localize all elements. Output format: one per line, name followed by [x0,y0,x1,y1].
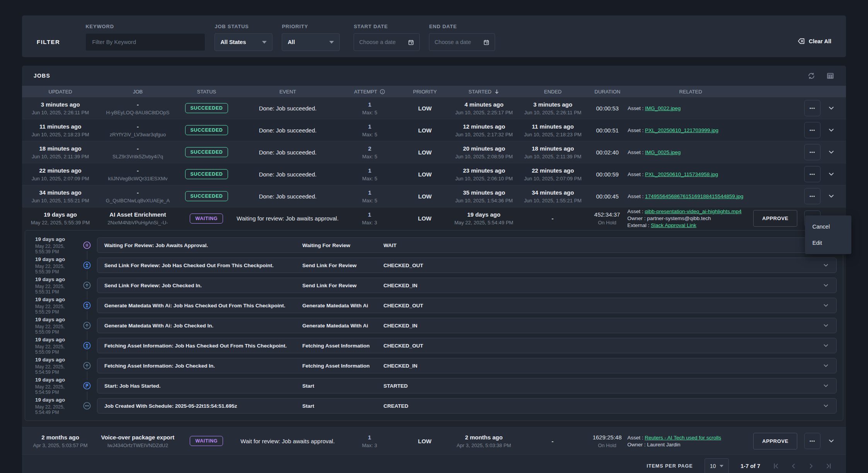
updated-absolute: Apr 3, 2025, 5:03:57 PM [22,442,99,448]
timeline-relative: 19 days ago [35,357,77,363]
table-row[interactable]: 18 minutes agoJun 10, 2025, 2:11:39 PM -… [22,141,846,163]
keyword-input[interactable] [85,33,205,51]
updated-relative: 22 minutes ago [22,167,99,174]
attempt-count: 1 [339,434,400,441]
expand-chevron-icon[interactable] [827,126,835,134]
timeline-stage: Start [302,403,383,409]
started-absolute: Jun 10, 2025, 2:17:32 PM [449,132,518,137]
table-view-icon[interactable] [826,72,834,80]
expand-chevron-icon[interactable] [827,148,835,156]
updated-relative: 19 days ago [22,211,99,218]
updated-relative: 18 minutes ago [22,145,99,152]
clear-all-button[interactable]: Clear All [797,37,831,45]
duration-value: 00:02:40 [587,149,628,156]
timeline-card[interactable]: Send Link For Review: Job Has Checked Ou… [97,258,837,273]
column-header-updated[interactable]: UPDATED [22,89,99,95]
started-relative: 35 minutes ago [449,189,518,196]
column-header-duration[interactable]: DURATION [587,89,628,95]
external-link[interactable]: Slack Approval Link [651,222,696,228]
chevron-down-icon[interactable] [822,322,829,329]
row-menu-button[interactable]: ••• [804,166,820,182]
first-page-button[interactable] [772,462,779,470]
attempt-max: Max: 3 [339,220,400,225]
timeline-state: CHECKED_IN [383,283,822,288]
asset-label: Asset : [628,171,643,177]
asset-link[interactable]: IMG_0022.jpeg [645,105,681,111]
chevron-down-icon[interactable] [822,402,829,409]
timeline-message: Fetching Asset Information: Job Checked … [104,363,302,369]
timeline-stage: Generate Matedata With Ai [302,303,383,309]
asset-link[interactable]: Reuters - AI Tech used for scrolls [645,435,721,441]
timeline-state: CREATED [383,403,822,409]
column-header-priority[interactable]: PRIORITY [400,89,450,95]
items-per-page-select[interactable]: 10 [705,458,729,473]
row-menu-button[interactable]: ••• [804,122,820,138]
asset-link[interactable]: 1749556456867615169188415544859.jpg [645,193,744,199]
asset-link[interactable]: PXL_20250610_121703999.jpg [645,127,718,133]
row-menu-button[interactable]: ••• [804,188,820,204]
started-relative: 12 minutes ago [449,123,518,130]
column-header-ended[interactable]: ENDED [518,89,587,95]
sort-desc-icon [494,89,500,95]
timeline-absolute: May 22, 2025, 5:55:39 PM [35,264,77,275]
start-date-input[interactable]: Choose a date [354,33,420,51]
approve-button[interactable]: APPROVE [753,433,797,449]
timeline-card[interactable]: Start: Job Has Started. Start STARTED [97,378,837,393]
expand-chevron-icon[interactable] [827,104,835,112]
end-date-input[interactable]: Choose a date [429,33,495,51]
row-menu-button[interactable]: ••• [804,433,820,449]
timeline-card[interactable]: Fetching Asset Information: Job Has Chec… [97,338,837,353]
check-out-circle-icon [83,300,91,311]
timeline-card[interactable]: Fetching Asset Information: Job Checked … [97,358,837,373]
chevron-down-icon[interactable] [822,382,829,389]
column-header-attempt[interactable]: ATTEMPT [339,89,400,95]
approve-button[interactable]: APPROVE [753,210,797,227]
timeline-message: Generate Matedata With Ai: Job Checked I… [104,323,302,329]
column-header-started[interactable]: STARTED [449,89,518,95]
timeline-entry: 19 days agoMay 22, 2025, 5:55:09 PM Gene… [25,315,843,336]
priority-select[interactable]: All [282,33,340,51]
chevron-down-icon[interactable] [822,262,829,269]
job-status-value: All States [220,39,246,45]
timeline-card[interactable]: Generate Matedata With Ai: Job Has Check… [97,298,837,313]
previous-page-button[interactable] [790,462,797,470]
table-row[interactable]: 2 months agoApr 3, 2025, 5:03:57 PM Voic… [22,427,846,455]
table-row[interactable]: 3 minutes agoJun 10, 2025, 2:26:11 PM -H… [22,97,846,119]
expand-chevron-icon[interactable] [827,192,835,200]
clear-all-label: Clear All [809,38,831,44]
job-name: AI Asset Enrichment [99,211,177,218]
last-page-button[interactable] [825,462,833,470]
timeline-message: Fetching Asset Information: Job Has Chec… [104,343,302,349]
expand-chevron-icon[interactable] [827,170,835,178]
table-row[interactable]: 34 minutes agoJun 10, 2025, 1:55:21 PM -… [22,185,846,207]
timeline-entry: 19 days agoMay 22, 2025, 5:55:39 PM Wait… [25,235,843,255]
asset-link[interactable]: IMG_0025.jpeg [645,149,681,155]
timeline-card[interactable]: Send Link For Review: Job Checked In. Se… [97,278,837,293]
context-menu-item-cancel[interactable]: Cancel [805,219,851,235]
refresh-icon[interactable] [807,72,815,80]
asset-link[interactable]: qibb-presentation-video_ai-highlights.mp… [645,209,742,214]
job-id: IwJ434OrfzTWEIVNDZdU2 [99,442,177,448]
column-header-status[interactable]: STATUS [177,89,237,95]
timeline-card[interactable]: Job Created With Schedule: 2025-05-22t15… [97,398,837,414]
timeline-card[interactable]: Waiting For Review: Job Awaits Approval.… [97,237,837,253]
column-header-job[interactable]: JOB [99,89,177,95]
asset-link[interactable]: PXL_20250610_115734958.jpg [645,171,718,177]
status-badge: SUCCEEDED [185,103,228,113]
chevron-down-icon[interactable] [822,342,829,349]
table-row[interactable]: 22 minutes agoJun 10, 2025, 2:07:09 PM -… [22,163,846,185]
status-badge: SUCCEEDED [185,125,228,135]
table-row[interactable]: 11 minutes agoJun 10, 2025, 2:18:23 PM -… [22,119,846,141]
expand-chevron-icon[interactable] [827,437,835,445]
context-menu-item-edit[interactable]: Edit [805,235,851,251]
chevron-down-icon[interactable] [822,282,829,289]
timeline-card[interactable]: Generate Matedata With Ai: Job Checked I… [97,318,837,333]
job-status-select[interactable]: All States [214,33,272,51]
next-page-button[interactable] [807,462,815,470]
column-header-event[interactable]: EVENT [236,89,339,95]
table-row-expanded[interactable]: 19 days agoMay 22, 2025, 5:55:39 PM AI A… [22,207,846,229]
chevron-down-icon[interactable] [822,302,829,309]
chevron-down-icon[interactable] [822,362,829,369]
row-menu-button[interactable]: ••• [804,100,820,116]
row-menu-button[interactable]: ••• [804,144,820,160]
